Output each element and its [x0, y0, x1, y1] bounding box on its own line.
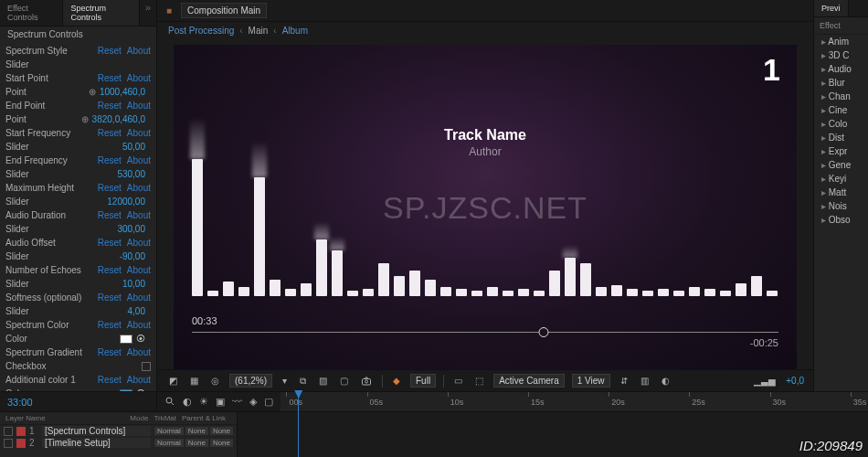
property-value[interactable]: -90,00 — [120, 250, 145, 262]
mask-icon[interactable]: ◎ — [208, 375, 222, 387]
share-view-icon[interactable]: ⇵ — [618, 375, 630, 387]
ruler-tick[interactable]: 05s — [367, 392, 384, 411]
property-value[interactable]: 12000,00 — [107, 196, 145, 207]
effect-category-item[interactable]: Nois — [814, 199, 868, 213]
reset-link[interactable]: Reset — [98, 374, 122, 386]
exposure-value[interactable]: +0,0 — [786, 376, 804, 386]
res-fit-icon[interactable]: ▾ — [280, 375, 290, 387]
layer-mode-dropdown[interactable]: None — [210, 427, 233, 435]
layer-name[interactable]: [Timeline Setup] — [42, 438, 151, 448]
reset-link[interactable]: Reset — [98, 209, 122, 221]
camera-dropdown[interactable]: Active Camera — [493, 374, 565, 388]
channels-icon[interactable]: ⧉ — [297, 375, 309, 388]
frame-blend-icon[interactable]: ▣ — [216, 396, 225, 409]
effect-category-item[interactable]: Cine — [814, 103, 868, 117]
about-link[interactable]: About — [127, 45, 151, 57]
layer-mode-dropdown[interactable]: None — [185, 439, 208, 447]
about-link[interactable]: About — [127, 237, 151, 249]
slider-knob[interactable] — [539, 327, 549, 337]
property-value[interactable]: 10,00 — [122, 278, 145, 290]
layer-color-swatch[interactable] — [16, 439, 26, 448]
graph-editor-icon[interactable]: 〰 — [232, 396, 242, 409]
layer-mode-dropdown[interactable]: None — [210, 439, 233, 447]
comp-tab[interactable]: Composition Main — [181, 3, 267, 18]
breadcrumb-item[interactable]: Post Processing — [168, 26, 234, 36]
resolution-dropdown[interactable]: Full — [410, 374, 436, 388]
transparency-grid-icon[interactable]: ▨ — [316, 375, 330, 387]
reset-link[interactable]: Reset — [98, 45, 122, 57]
about-link[interactable]: About — [127, 264, 151, 276]
ec-tab-spectrum-controls[interactable]: Spectrum Controls — [63, 0, 139, 26]
property-value[interactable]: 50,00 — [122, 141, 145, 153]
views-dropdown[interactable]: 1 View — [572, 374, 610, 388]
property-value[interactable]: 530,00 — [117, 168, 145, 180]
layer-mode-dropdown[interactable]: Normal — [154, 439, 184, 447]
about-link[interactable]: About — [127, 127, 151, 139]
tag-icon[interactable]: ◈ — [249, 396, 257, 409]
visibility-toggle[interactable] — [4, 439, 13, 448]
motion-blur-icon[interactable]: ☀ — [199, 396, 208, 409]
color-swatch[interactable] — [120, 335, 132, 344]
reset-link[interactable]: Reset — [98, 100, 122, 112]
breadcrumb-item[interactable]: Album — [282, 26, 308, 36]
property-value[interactable]: 300,00 — [117, 223, 145, 235]
about-link[interactable]: About — [127, 72, 151, 84]
point-target-icon[interactable]: ⊕ — [89, 86, 96, 98]
eyedropper-icon[interactable]: ⦿ — [136, 335, 145, 344]
color-mgmt-icon[interactable]: ◆ — [390, 375, 403, 387]
render-q-icon[interactable]: ▢ — [264, 396, 273, 409]
layer-name[interactable]: [Spectrum Controls] — [42, 426, 151, 436]
reset-link[interactable]: Reset — [98, 154, 122, 166]
reset-link[interactable]: Reset — [98, 182, 122, 194]
effect-category-item[interactable]: Keyi — [814, 172, 868, 186]
reset-link[interactable]: Reset — [98, 237, 122, 249]
about-link[interactable]: About — [127, 319, 151, 331]
layer-row[interactable]: 1[Spectrum Controls]NormalNoneNone — [0, 425, 237, 437]
checkbox[interactable] — [142, 362, 151, 371]
about-link[interactable]: About — [127, 100, 151, 112]
point-target-icon[interactable]: ⊕ — [81, 113, 89, 125]
effect-category-item[interactable]: Gene — [814, 158, 868, 172]
effect-category-item[interactable]: Blur — [814, 76, 868, 90]
ruler-tick[interactable]: 35s — [851, 392, 867, 411]
effect-category-item[interactable]: Colo — [814, 117, 868, 131]
pixel-aspect-icon[interactable]: ▥ — [638, 375, 651, 387]
layer-color-swatch[interactable] — [16, 427, 26, 436]
reset-link[interactable]: Reset — [98, 127, 122, 139]
ec-tab-effect-controls[interactable]: Effect Controls — [0, 0, 63, 26]
reset-link[interactable]: Reset — [98, 72, 122, 84]
visibility-toggle[interactable] — [4, 427, 13, 436]
reset-link[interactable]: Reset — [98, 319, 122, 331]
effect-category-item[interactable]: Chan — [814, 90, 868, 103]
about-link[interactable]: About — [127, 374, 151, 386]
about-link[interactable]: About — [127, 209, 151, 221]
adjust-exposure-icon[interactable]: ◐ — [659, 375, 672, 387]
guides-icon[interactable]: ▦ — [187, 375, 201, 387]
property-value[interactable]: 3820,0,460,0 — [92, 113, 145, 125]
playback-slider[interactable]: 00:33 -00:25 — [192, 332, 778, 333]
current-timecode[interactable]: 33:00 — [7, 397, 33, 408]
about-link[interactable]: About — [127, 292, 151, 303]
effect-category-item[interactable]: 3D C — [814, 48, 868, 62]
composition-viewer[interactable]: 1 Track Name Author SP.JZSC.NET 00:33 -0… — [174, 45, 797, 369]
alpha-toggle-icon[interactable]: ◩ — [166, 375, 180, 387]
ec-tab-close[interactable]: » — [140, 0, 156, 26]
zoom-dropdown[interactable]: (61,2%) — [229, 374, 272, 388]
ruler-tick[interactable]: 10s — [448, 392, 464, 411]
fast-preview-icon[interactable]: ▭ — [451, 375, 465, 387]
property-value[interactable]: 1000,460,0 — [100, 86, 145, 98]
time-ruler[interactable]: 00s05s10s15s20s25s30s35s — [281, 392, 868, 411]
effect-category-item[interactable]: Dist — [814, 131, 868, 144]
slider-track[interactable] — [192, 332, 778, 333]
snapshot-icon[interactable] — [358, 375, 375, 388]
property-value[interactable]: 4,00 — [128, 305, 145, 317]
playhead[interactable] — [298, 392, 299, 457]
layer-row[interactable]: 2[Timeline Setup]NormalNoneNone — [0, 437, 237, 449]
ruler-tick[interactable]: 20s — [609, 392, 625, 411]
ruler-tick[interactable]: 15s — [528, 392, 545, 411]
about-link[interactable]: About — [127, 182, 151, 194]
effect-category-item[interactable]: Obso — [814, 213, 868, 227]
ruler-tick[interactable]: 30s — [770, 392, 787, 411]
layer-mode-dropdown[interactable]: None — [185, 427, 208, 435]
roi-icon[interactable]: ▢ — [337, 375, 351, 387]
